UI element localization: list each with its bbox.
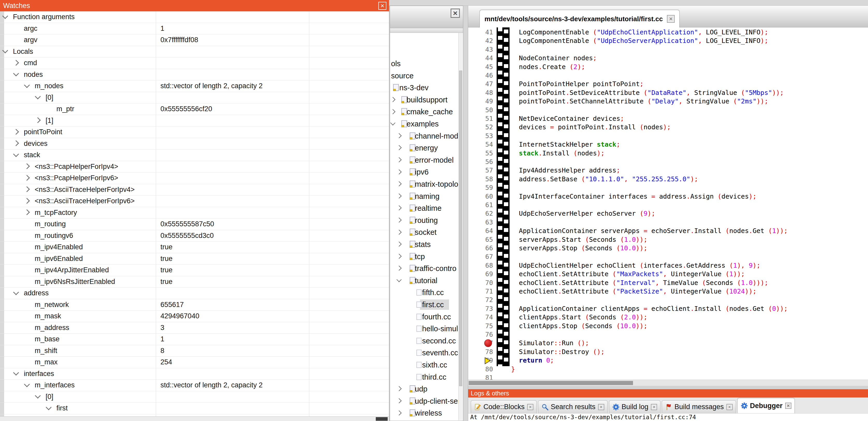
watch-row[interactable]: m_shift8	[0, 345, 389, 357]
scrollbar-thumb[interactable]	[469, 381, 633, 385]
tree-item-seventh-cc[interactable]: seventh.cc	[390, 347, 459, 359]
tree-item-buildsupport[interactable]: buildsupport	[390, 94, 459, 106]
line-number[interactable]: 80	[468, 365, 493, 374]
logs-tab-debugger[interactable]: Debugger×	[737, 398, 795, 413]
chevron-right-icon[interactable]	[397, 218, 402, 223]
tree-item-traffic-contro[interactable]: traffic-contro	[390, 262, 459, 274]
code-line[interactable]: 63	[468, 218, 868, 227]
code-line[interactable]: 68 UdpEchoClientHelper echoClient (inter…	[468, 261, 868, 270]
code-line[interactable]: 54 InternetStackHelper stack;	[468, 140, 868, 149]
watch-row[interactable]: Function arguments	[0, 11, 389, 23]
watch-row[interactable]: m_ipv6Enabledtrue	[0, 253, 389, 265]
chevron-down-icon[interactable]	[397, 277, 402, 282]
code-line[interactable]: 52 devices = pointToPoint.Install (nodes…	[468, 123, 868, 131]
tree-item-energy[interactable]: energy	[390, 142, 459, 154]
chevron-down-icon[interactable]	[13, 71, 19, 76]
tree-item-tcp[interactable]: tcp	[390, 251, 459, 263]
code-line[interactable]: 70 echoClient.SetAttribute ("Interval", …	[468, 279, 868, 287]
tree-item-tutorial[interactable]: tutorial	[390, 274, 459, 287]
line-number[interactable]: 54	[468, 140, 493, 149]
watch-row[interactable]: devices	[0, 138, 389, 150]
line-number[interactable]: 66	[468, 244, 493, 252]
chevron-right-icon[interactable]	[24, 163, 30, 169]
line-number[interactable]: 69	[468, 270, 493, 278]
chevron-right-icon[interactable]	[397, 266, 402, 271]
code-line[interactable]: 65 serverApps.Start (Seconds (1.0));	[468, 235, 868, 244]
watch-row[interactable]: cmd	[0, 57, 389, 69]
line-number[interactable]: 72	[468, 296, 493, 304]
code-line[interactable]: 62 UdpEchoServerHelper echoServer (9);	[468, 209, 868, 218]
tree-item-socket[interactable]: socket	[390, 226, 459, 238]
watch-row[interactable]: m_max254	[0, 357, 389, 368]
watch-row[interactable]: m_network655617	[0, 299, 389, 311]
chevron-down-icon[interactable]	[24, 381, 30, 387]
chevron-right-icon[interactable]	[24, 187, 30, 192]
watch-row[interactable]: argv0x7fffffffdf08	[0, 34, 389, 46]
line-number[interactable]: 64	[468, 227, 493, 235]
tree-item-naming[interactable]: naming	[390, 190, 459, 202]
code-line[interactable]: 69 echoClient.SetAttribute ("MaxPackets"…	[468, 270, 868, 278]
tree-item-source[interactable]: source	[390, 70, 459, 82]
line-number[interactable]: 71	[468, 287, 493, 296]
line-number[interactable]: 75	[468, 322, 493, 330]
tree-item-first-cc[interactable]: first.cc	[390, 299, 459, 311]
line-number[interactable]: 73	[468, 304, 493, 313]
line-number[interactable]: 42	[468, 36, 493, 45]
line-number[interactable]: 49	[468, 97, 493, 105]
logs-tab-code-blocks[interactable]: Code::Blocks×	[471, 400, 537, 413]
watch-row[interactable]: m_ptr0x5555555ca660	[0, 414, 389, 417]
chevron-right-icon[interactable]	[397, 386, 402, 391]
line-number[interactable]: 52	[468, 123, 493, 131]
watch-row[interactable]: [1]	[0, 115, 389, 127]
line-number[interactable]: 57	[468, 166, 493, 174]
line-number[interactable]: 46	[468, 71, 493, 79]
chevron-down-icon[interactable]	[35, 94, 41, 100]
code-line[interactable]: 66 serverApps.Stop (Seconds (10.0));	[468, 244, 868, 252]
tree-item-second-cc[interactable]: second.cc	[390, 335, 459, 347]
tree-item-stats[interactable]: stats	[390, 238, 459, 251]
chevron-right-icon[interactable]	[397, 398, 402, 403]
line-number[interactable]: 45	[468, 63, 493, 71]
watch-row[interactable]: m_base1	[0, 333, 389, 345]
watch-row[interactable]: <ns3::PcapHelperForIpv4>	[0, 161, 389, 173]
watch-row[interactable]: m_address3	[0, 322, 389, 334]
watch-row[interactable]: <ns3::AsciiTraceHelperForIpv6>	[0, 195, 389, 207]
line-number[interactable]: 47	[468, 79, 493, 88]
chevron-right-icon[interactable]	[13, 60, 19, 66]
code-line[interactable]: 79 return 0;	[468, 356, 868, 365]
line-number[interactable]: 68	[468, 261, 493, 270]
editor-tab-first-cc[interactable]: mnt/dev/tools/source/ns-3-dev/examples/t…	[479, 10, 680, 28]
chevron-down-icon[interactable]	[2, 13, 8, 19]
chevron-right-icon[interactable]	[24, 198, 30, 204]
watch-row[interactable]: m_ipv4Enabledtrue	[0, 241, 389, 253]
watch-row[interactable]: m_ipv4ArpJitterEnabledtrue	[0, 264, 389, 276]
code-line[interactable]: 61	[468, 201, 868, 209]
tree-item-routing[interactable]: routing	[390, 215, 459, 227]
tree-item-ols[interactable]: ols	[390, 58, 459, 70]
tree-item-realtime[interactable]: realtime	[390, 202, 459, 215]
chevron-right-icon[interactable]	[397, 411, 402, 416]
tree-item-channel-mod[interactable]: channel-mod	[390, 130, 459, 142]
tree-item-third-cc[interactable]: third.cc	[390, 371, 459, 383]
close-icon[interactable]: ×	[726, 404, 733, 410]
line-number[interactable]: 58	[468, 175, 493, 183]
watch-row[interactable]: <ns3::PcapHelperForIpv6>	[0, 172, 389, 184]
close-icon[interactable]: ×	[527, 404, 533, 410]
chevron-right-icon[interactable]	[397, 133, 402, 138]
code-line[interactable]: 59	[468, 183, 868, 192]
watch-row[interactable]: m_ptr0x55555556cf20	[0, 103, 389, 115]
close-icon[interactable]: ×	[598, 404, 604, 410]
line-number[interactable]: 51	[468, 114, 493, 123]
code-line[interactable]: 49 pointToPoint.SetChannelAttribute ("De…	[468, 97, 868, 105]
line-number[interactable]: 63	[468, 218, 493, 227]
watch-row[interactable]: first	[0, 402, 389, 414]
line-number[interactable]: 78	[468, 348, 493, 356]
tree-item-fourth-cc[interactable]: fourth.cc	[390, 311, 459, 323]
chevron-down-icon[interactable]	[24, 82, 30, 88]
code-line[interactable]: 80}	[468, 365, 868, 374]
line-number[interactable]: 70	[468, 279, 493, 287]
watch-row[interactable]: m_mask4294967040	[0, 311, 389, 322]
watch-row[interactable]: [0]	[0, 92, 389, 104]
chevron-right-icon[interactable]	[24, 209, 30, 216]
close-icon[interactable]: ×	[667, 15, 675, 23]
